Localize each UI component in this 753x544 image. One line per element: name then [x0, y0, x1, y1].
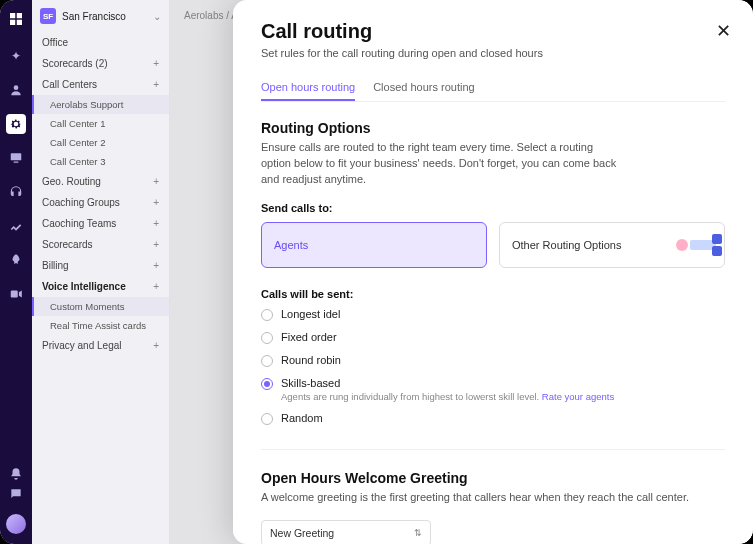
sidebar-item-billing[interactable]: Billing+ — [32, 255, 169, 276]
greeting-desc: A welcome greeting is the first greeting… — [261, 490, 725, 506]
workspace-switcher[interactable]: SF San Francisco ⌄ — [32, 0, 169, 32]
modal-subtitle: Set rules for the call routing during op… — [261, 47, 725, 59]
rail-chat-icon[interactable] — [6, 484, 26, 504]
radio-icon — [261, 355, 273, 367]
routing-radio-group: Longest idel Fixed order Round robin Ski… — [261, 308, 725, 425]
routing-options-desc: Ensure calls are routed to the right tea… — [261, 140, 621, 188]
sidebar-item-scorecards2[interactable]: Scorecards (2)+ — [32, 53, 169, 74]
rate-agents-link[interactable]: Rate your agents — [542, 391, 614, 402]
rail-sparkle-icon[interactable]: ✦ — [6, 46, 26, 66]
radio-fixed-order[interactable]: Fixed order — [261, 331, 725, 344]
radio-longest-idle[interactable]: Longest idel — [261, 308, 725, 321]
plus-icon[interactable]: + — [153, 281, 159, 292]
call-routing-modal: ✕ Call routing Set rules for the call ro… — [233, 0, 753, 544]
rail-person-icon[interactable] — [6, 80, 26, 100]
sidebar: SF San Francisco ⌄ Office Scorecards (2)… — [32, 0, 170, 544]
chevron-down-icon: ⌄ — [153, 11, 161, 22]
user-avatar[interactable] — [6, 514, 26, 534]
rail-analytics-icon[interactable] — [6, 216, 26, 236]
plus-icon[interactable]: + — [153, 58, 159, 69]
sidebar-item-call-centers[interactable]: Call Centers+ — [32, 74, 169, 95]
option-card-other[interactable]: Other Routing Options — [499, 222, 725, 268]
rail-monitor-icon[interactable] — [6, 148, 26, 168]
main-area: Aerolabs / Admi ✕ Call routing Set rules… — [170, 0, 753, 544]
rail-headset-icon[interactable] — [6, 182, 26, 202]
routing-illustration — [676, 239, 716, 251]
radio-round-robin[interactable]: Round robin — [261, 354, 725, 367]
sidebar-child-aerolabs-support[interactable]: Aerolabs Support — [32, 95, 169, 114]
workspace-name: San Francisco — [62, 11, 147, 22]
plus-icon[interactable]: + — [153, 340, 159, 351]
tab-closed-hours[interactable]: Closed hours routing — [373, 75, 475, 101]
plus-icon[interactable]: + — [153, 79, 159, 90]
routing-options-heading: Routing Options — [261, 120, 725, 136]
sidebar-item-geo[interactable]: Geo. Routing+ — [32, 171, 169, 192]
option-card-agents[interactable]: Agents — [261, 222, 487, 268]
radio-icon — [261, 332, 273, 344]
plus-icon[interactable]: + — [153, 176, 159, 187]
sidebar-item-coaching-groups[interactable]: Coaching Groups+ — [32, 192, 169, 213]
greeting-select[interactable]: New Greeting ⇅ — [261, 520, 431, 544]
sidebar-child-rta-cards[interactable]: Real Time Assist cards — [32, 316, 169, 335]
plus-icon[interactable]: + — [153, 218, 159, 229]
radio-skills-hint: Agents are rung individually from highes… — [281, 391, 614, 402]
sidebar-child-cc3[interactable]: Call Center 3 — [32, 152, 169, 171]
nav-rail: ✦ — [0, 0, 32, 544]
radio-random[interactable]: Random — [261, 412, 725, 425]
workspace-badge: SF — [40, 8, 56, 24]
sidebar-child-custom-moments[interactable]: Custom Moments — [32, 297, 169, 316]
tab-open-hours[interactable]: Open hours routing — [261, 75, 355, 101]
close-icon[interactable]: ✕ — [716, 20, 731, 42]
rail-rocket-icon[interactable] — [6, 250, 26, 270]
sidebar-item-privacy[interactable]: Privacy and Legal+ — [32, 335, 169, 356]
tabs: Open hours routing Closed hours routing — [261, 75, 725, 102]
svg-point-0 — [14, 85, 19, 90]
rail-settings-icon[interactable] — [6, 114, 26, 134]
radio-icon — [261, 413, 273, 425]
sidebar-child-cc2[interactable]: Call Center 2 — [32, 133, 169, 152]
plus-icon[interactable]: + — [153, 197, 159, 208]
plus-icon[interactable]: + — [153, 239, 159, 250]
plus-icon[interactable]: + — [153, 260, 159, 271]
sidebar-item-scorecards[interactable]: Scorecards+ — [32, 234, 169, 255]
modal-title: Call routing — [261, 20, 725, 43]
sidebar-child-cc1[interactable]: Call Center 1 — [32, 114, 169, 133]
sidebar-item-voice-intel[interactable]: Voice Intelligence+ — [32, 276, 169, 297]
send-calls-to-label: Send calls to: — [261, 202, 725, 214]
svg-rect-1 — [11, 153, 22, 160]
radio-icon — [261, 378, 273, 390]
rail-bell-icon[interactable] — [6, 464, 26, 484]
app-logo — [7, 10, 25, 28]
svg-rect-2 — [11, 291, 18, 298]
rail-video-icon[interactable] — [6, 284, 26, 304]
select-arrows-icon: ⇅ — [414, 528, 422, 538]
radio-skills-based[interactable]: Skills-based Agents are rung individuall… — [261, 377, 725, 402]
greeting-heading: Open Hours Welcome Greeting — [261, 470, 725, 486]
calls-sent-label: Calls will be sent: — [261, 288, 725, 300]
radio-icon — [261, 309, 273, 321]
sidebar-item-office[interactable]: Office — [32, 32, 169, 53]
sidebar-item-coaching-teams[interactable]: Caoching Teams+ — [32, 213, 169, 234]
